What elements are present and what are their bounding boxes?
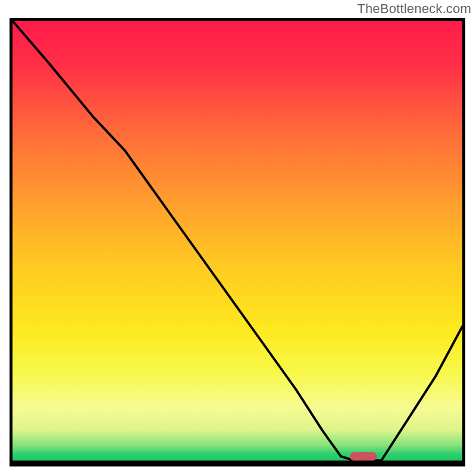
optimal-marker — [350, 452, 377, 461]
chart-container: TheBottleneck.com — [0, 0, 476, 476]
background-gradient — [12, 21, 462, 461]
chart-svg — [12, 21, 462, 461]
attribution-text: TheBottleneck.com — [357, 1, 471, 17]
chart-frame — [10, 18, 465, 466]
